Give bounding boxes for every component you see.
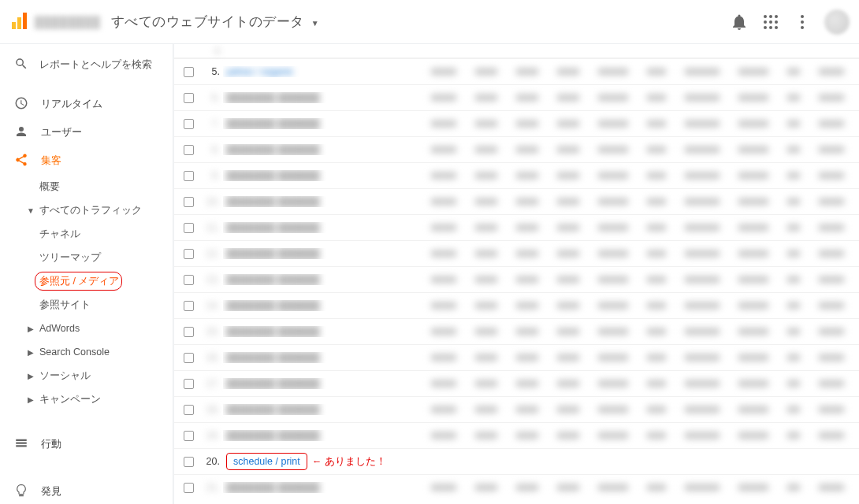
table-row: 14.███████ ██████ xyxy=(174,292,859,318)
row-index: 15. xyxy=(203,326,223,337)
source-link-blurred: ███████ ██████ xyxy=(226,274,320,285)
row-checkbox[interactable] xyxy=(174,223,203,233)
table-row: 17.███████ ██████ xyxy=(174,370,859,396)
nav-realtime[interactable]: リアルタイム xyxy=(0,90,173,118)
view-title: すべてのウェブサイトのデータ xyxy=(111,14,304,29)
row-checkbox[interactable] xyxy=(174,197,203,207)
nav-acq-search-console[interactable]: ▶ Search Console xyxy=(0,340,173,364)
source-link-blurred: ███████ ██████ xyxy=(226,430,320,441)
table-row: 7.███████ ██████ xyxy=(174,110,859,136)
metrics-blurred xyxy=(390,120,859,128)
source-link-blurred: ███████ ██████ xyxy=(226,326,320,337)
row-checkbox[interactable] xyxy=(174,249,203,259)
source-medium-cell: ███████ ██████ xyxy=(223,144,390,155)
source-medium-table: 4 5.yahoo / organic6.███████ ██████7.███… xyxy=(174,44,859,504)
svg-point-11 xyxy=(775,26,778,29)
row-checkbox[interactable] xyxy=(174,353,203,363)
row-checkbox[interactable] xyxy=(174,171,203,181)
metrics-blurred xyxy=(390,146,859,154)
svg-point-7 xyxy=(769,20,772,24)
source-link-blurred: ███████ ██████ xyxy=(226,300,320,311)
table-row-partial: 4 xyxy=(174,44,859,58)
row-index: 19. xyxy=(203,430,223,441)
nav-acq-overview[interactable]: 概要 xyxy=(0,175,173,198)
row-index: 13. xyxy=(203,274,223,285)
source-medium-cell: ███████ ██████ xyxy=(223,92,390,103)
nav-acq-social[interactable]: ▶ ソーシャル xyxy=(0,364,173,387)
source-link[interactable]: schedule / print xyxy=(233,456,300,467)
source-medium-cell: ███████ ██████ xyxy=(223,248,390,259)
source-link-blurred: ███████ ██████ xyxy=(226,482,320,493)
svg-point-10 xyxy=(769,26,772,29)
source-medium-cell: yahoo / organic xyxy=(223,66,390,77)
nav-acq-campaigns[interactable]: ▶ キャンペーン xyxy=(0,387,173,411)
clock-icon xyxy=(14,96,41,113)
row-checkbox[interactable] xyxy=(174,145,203,155)
metrics-blurred xyxy=(390,380,859,387)
property-title[interactable]: ████████ すべてのウェブサイトのデータ ▼ xyxy=(35,13,319,31)
notifications-icon[interactable] xyxy=(730,13,749,32)
nav-acq-all-traffic[interactable]: ▼ すべてのトラフィック xyxy=(0,198,173,222)
source-link-blurred: ███████ ██████ xyxy=(226,118,320,129)
sidebar-search[interactable]: レポートとヘルプを検索 xyxy=(0,44,173,85)
row-checkbox[interactable] xyxy=(174,405,203,415)
table-row: 15.███████ ██████ xyxy=(174,318,859,344)
nav-behavior-label: 行動 xyxy=(41,437,61,451)
share-icon xyxy=(14,153,41,169)
source-medium-cell: ███████ ██████ xyxy=(223,378,390,389)
apps-icon[interactable] xyxy=(761,13,780,32)
row-checkbox[interactable] xyxy=(174,483,203,493)
nav-acq-referrals[interactable]: 参照サイト xyxy=(0,293,173,317)
topbar: ████████ すべてのウェブサイトのデータ ▼ xyxy=(0,0,859,44)
row-checkbox[interactable] xyxy=(174,119,203,129)
nav-acq-channels[interactable]: チャネル xyxy=(0,222,173,246)
nav-behavior[interactable]: 行動 xyxy=(0,430,173,458)
source-link-blurred: ███████ ██████ xyxy=(226,144,320,155)
nav-acq-source-medium[interactable]: 参照元 / メディア xyxy=(0,269,173,293)
svg-point-13 xyxy=(801,20,804,24)
svg-rect-2 xyxy=(23,13,27,29)
row-index: 10. xyxy=(203,196,223,207)
row-index: 21. xyxy=(203,482,223,493)
nav-acq-adwords[interactable]: ▶ AdWords xyxy=(0,317,173,340)
row-checkbox[interactable] xyxy=(174,431,203,441)
row-index: 11. xyxy=(203,222,223,233)
account-avatar[interactable] xyxy=(824,9,850,35)
metrics-blurred xyxy=(390,276,859,284)
source-medium-cell: ███████ ██████ xyxy=(223,326,390,337)
source-link-blurred: ███████ ██████ xyxy=(226,222,320,233)
source-medium-cell: schedule / print← ありました！ xyxy=(223,453,390,470)
source-link[interactable]: yahoo / organic xyxy=(226,66,293,77)
behavior-icon xyxy=(14,436,41,453)
row-checkbox[interactable] xyxy=(174,327,203,337)
source-link-blurred: ███████ ██████ xyxy=(226,196,320,207)
source-medium-cell: ███████ ██████ xyxy=(223,404,390,415)
source-link-blurred: ███████ ██████ xyxy=(226,92,320,103)
nav-acq-treemaps[interactable]: ツリーマップ xyxy=(0,246,173,269)
source-medium-cell: ███████ ██████ xyxy=(223,274,390,285)
row-checkbox[interactable] xyxy=(174,301,203,311)
source-medium-cell: ███████ ██████ xyxy=(223,118,390,129)
nav-realtime-label: リアルタイム xyxy=(41,97,102,111)
row-checkbox[interactable] xyxy=(174,275,203,285)
row-index: 18. xyxy=(203,404,223,415)
metrics-blurred xyxy=(390,94,859,102)
row-checkbox[interactable] xyxy=(174,457,203,467)
arrow-right-icon: ▶ xyxy=(25,395,36,404)
row-index: 9. xyxy=(203,170,223,181)
metrics-blurred xyxy=(390,68,859,76)
nav-acquisition[interactable]: 集客 xyxy=(0,146,173,175)
nav-audience[interactable]: ユーザー xyxy=(0,118,173,146)
nav-discover[interactable]: 発見 xyxy=(0,477,173,504)
svg-rect-0 xyxy=(12,22,16,29)
row-index: 20. xyxy=(203,456,223,467)
caret-down-icon: ▼ xyxy=(311,19,319,28)
row-checkbox[interactable] xyxy=(174,93,203,103)
row-checkbox[interactable] xyxy=(174,379,203,389)
row-checkbox[interactable] xyxy=(174,67,203,77)
property-name-blurred: ████████ xyxy=(35,16,100,28)
more-vert-icon[interactable] xyxy=(793,13,812,32)
annotation: ← ありました！ xyxy=(312,456,386,467)
nav-acq-adwords-label: AdWords xyxy=(39,323,80,334)
source-link-blurred: ███████ ██████ xyxy=(226,248,320,259)
